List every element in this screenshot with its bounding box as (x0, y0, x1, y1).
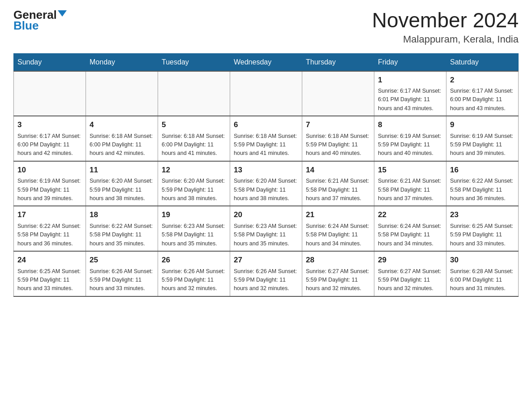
day-number: 27 (234, 254, 298, 266)
header-wednesday: Wednesday (230, 53, 302, 71)
table-row: 28Sunrise: 6:27 AM Sunset: 5:59 PM Dayli… (302, 251, 374, 296)
table-row: 21Sunrise: 6:24 AM Sunset: 5:58 PM Dayli… (302, 206, 374, 251)
calendar-subtitle: Malappuram, Kerala, India (372, 34, 519, 45)
table-row: 22Sunrise: 6:24 AM Sunset: 5:58 PM Dayli… (374, 206, 446, 251)
calendar-week-row: 3Sunrise: 6:17 AM Sunset: 6:00 PM Daylig… (14, 116, 519, 161)
table-row (230, 71, 302, 116)
day-number: 3 (17, 119, 82, 131)
table-row (86, 71, 158, 116)
header-saturday: Saturday (446, 53, 519, 71)
day-number: 22 (378, 209, 442, 221)
table-row: 4Sunrise: 6:18 AM Sunset: 6:00 PM Daylig… (86, 116, 158, 161)
day-info: Sunrise: 6:19 AM Sunset: 5:59 PM Dayligh… (378, 132, 442, 158)
day-info: Sunrise: 6:19 AM Sunset: 5:59 PM Dayligh… (450, 132, 515, 158)
header-tuesday: Tuesday (158, 53, 230, 71)
day-info: Sunrise: 6:17 AM Sunset: 6:01 PM Dayligh… (378, 87, 442, 113)
table-row: 19Sunrise: 6:23 AM Sunset: 5:58 PM Dayli… (158, 206, 230, 251)
table-row: 23Sunrise: 6:25 AM Sunset: 5:59 PM Dayli… (446, 206, 519, 251)
calendar-week-row: 17Sunrise: 6:22 AM Sunset: 5:58 PM Dayli… (14, 206, 519, 251)
day-number: 7 (306, 119, 370, 131)
day-info: Sunrise: 6:18 AM Sunset: 6:00 PM Dayligh… (90, 132, 154, 158)
day-info: Sunrise: 6:27 AM Sunset: 5:59 PM Dayligh… (306, 267, 370, 293)
day-info: Sunrise: 6:24 AM Sunset: 5:58 PM Dayligh… (378, 222, 442, 248)
table-row (14, 71, 86, 116)
table-row: 29Sunrise: 6:27 AM Sunset: 5:59 PM Dayli… (374, 251, 446, 296)
day-number: 9 (450, 119, 515, 131)
table-row: 7Sunrise: 6:18 AM Sunset: 5:59 PM Daylig… (302, 116, 374, 161)
day-number: 17 (17, 209, 82, 221)
day-number: 26 (162, 254, 226, 266)
table-row: 1Sunrise: 6:17 AM Sunset: 6:01 PM Daylig… (374, 71, 446, 116)
calendar-week-row: 1Sunrise: 6:17 AM Sunset: 6:01 PM Daylig… (14, 71, 519, 116)
day-number: 28 (306, 254, 370, 266)
day-number: 2 (450, 74, 515, 86)
day-number: 29 (378, 254, 442, 266)
day-info: Sunrise: 6:23 AM Sunset: 5:58 PM Dayligh… (162, 222, 226, 248)
day-info: Sunrise: 6:20 AM Sunset: 5:58 PM Dayligh… (234, 177, 298, 203)
day-number: 18 (90, 209, 154, 221)
calendar-week-row: 10Sunrise: 6:19 AM Sunset: 5:59 PM Dayli… (14, 161, 519, 206)
day-info: Sunrise: 6:21 AM Sunset: 5:58 PM Dayligh… (378, 177, 442, 203)
calendar-title: November 2024 (372, 9, 519, 32)
day-number: 14 (306, 164, 370, 176)
day-number: 20 (234, 209, 298, 221)
day-info: Sunrise: 6:20 AM Sunset: 5:59 PM Dayligh… (162, 177, 226, 203)
day-info: Sunrise: 6:18 AM Sunset: 6:00 PM Dayligh… (162, 132, 226, 158)
day-info: Sunrise: 6:28 AM Sunset: 6:00 PM Dayligh… (450, 267, 515, 293)
logo-triangle-icon (58, 10, 67, 17)
table-row: 9Sunrise: 6:19 AM Sunset: 5:59 PM Daylig… (446, 116, 519, 161)
table-row (302, 71, 374, 116)
day-number: 19 (162, 209, 226, 221)
day-number: 15 (378, 164, 442, 176)
table-row (158, 71, 230, 116)
day-info: Sunrise: 6:19 AM Sunset: 5:59 PM Dayligh… (17, 177, 82, 203)
table-row: 17Sunrise: 6:22 AM Sunset: 5:58 PM Dayli… (14, 206, 86, 251)
table-row: 6Sunrise: 6:18 AM Sunset: 5:59 PM Daylig… (230, 116, 302, 161)
day-number: 4 (90, 119, 154, 131)
day-info: Sunrise: 6:17 AM Sunset: 6:00 PM Dayligh… (450, 87, 515, 113)
page-header: General Blue November 2024 Malappuram, K… (13, 9, 519, 45)
header-sunday: Sunday (14, 53, 86, 71)
day-number: 1 (378, 74, 442, 86)
day-info: Sunrise: 6:18 AM Sunset: 5:59 PM Dayligh… (234, 132, 298, 158)
table-row: 12Sunrise: 6:20 AM Sunset: 5:59 PM Dayli… (158, 161, 230, 206)
header-monday: Monday (86, 53, 158, 71)
day-number: 30 (450, 254, 515, 266)
table-row: 30Sunrise: 6:28 AM Sunset: 6:00 PM Dayli… (446, 251, 519, 296)
title-section: November 2024 Malappuram, Kerala, India (372, 9, 519, 45)
table-row: 11Sunrise: 6:20 AM Sunset: 5:59 PM Dayli… (86, 161, 158, 206)
day-info: Sunrise: 6:26 AM Sunset: 5:59 PM Dayligh… (162, 267, 226, 293)
day-number: 23 (450, 209, 515, 221)
calendar-week-row: 24Sunrise: 6:25 AM Sunset: 5:59 PM Dayli… (14, 251, 519, 296)
day-info: Sunrise: 6:20 AM Sunset: 5:59 PM Dayligh… (90, 177, 154, 203)
weekday-header-row: Sunday Monday Tuesday Wednesday Thursday… (14, 53, 519, 71)
day-number: 6 (234, 119, 298, 131)
day-number: 21 (306, 209, 370, 221)
day-info: Sunrise: 6:22 AM Sunset: 5:58 PM Dayligh… (17, 222, 82, 248)
table-row: 10Sunrise: 6:19 AM Sunset: 5:59 PM Dayli… (14, 161, 86, 206)
table-row: 3Sunrise: 6:17 AM Sunset: 6:00 PM Daylig… (14, 116, 86, 161)
day-number: 25 (90, 254, 154, 266)
table-row: 5Sunrise: 6:18 AM Sunset: 6:00 PM Daylig… (158, 116, 230, 161)
calendar-table: Sunday Monday Tuesday Wednesday Thursday… (13, 53, 519, 297)
table-row: 27Sunrise: 6:26 AM Sunset: 5:59 PM Dayli… (230, 251, 302, 296)
header-thursday: Thursday (302, 53, 374, 71)
day-info: Sunrise: 6:25 AM Sunset: 5:59 PM Dayligh… (450, 222, 515, 248)
day-info: Sunrise: 6:21 AM Sunset: 5:58 PM Dayligh… (306, 177, 370, 203)
day-info: Sunrise: 6:22 AM Sunset: 5:58 PM Dayligh… (90, 222, 154, 248)
day-number: 5 (162, 119, 226, 131)
table-row: 13Sunrise: 6:20 AM Sunset: 5:58 PM Dayli… (230, 161, 302, 206)
day-info: Sunrise: 6:27 AM Sunset: 5:59 PM Dayligh… (378, 267, 442, 293)
header-friday: Friday (374, 53, 446, 71)
day-info: Sunrise: 6:26 AM Sunset: 5:59 PM Dayligh… (234, 267, 298, 293)
table-row: 15Sunrise: 6:21 AM Sunset: 5:58 PM Dayli… (374, 161, 446, 206)
day-number: 10 (17, 164, 82, 176)
table-row: 16Sunrise: 6:22 AM Sunset: 5:58 PM Dayli… (446, 161, 519, 206)
day-info: Sunrise: 6:17 AM Sunset: 6:00 PM Dayligh… (17, 132, 82, 158)
logo: General Blue (13, 9, 67, 33)
table-row: 20Sunrise: 6:23 AM Sunset: 5:58 PM Dayli… (230, 206, 302, 251)
day-number: 11 (90, 164, 154, 176)
table-row: 14Sunrise: 6:21 AM Sunset: 5:58 PM Dayli… (302, 161, 374, 206)
day-info: Sunrise: 6:18 AM Sunset: 5:59 PM Dayligh… (306, 132, 370, 158)
day-number: 12 (162, 164, 226, 176)
